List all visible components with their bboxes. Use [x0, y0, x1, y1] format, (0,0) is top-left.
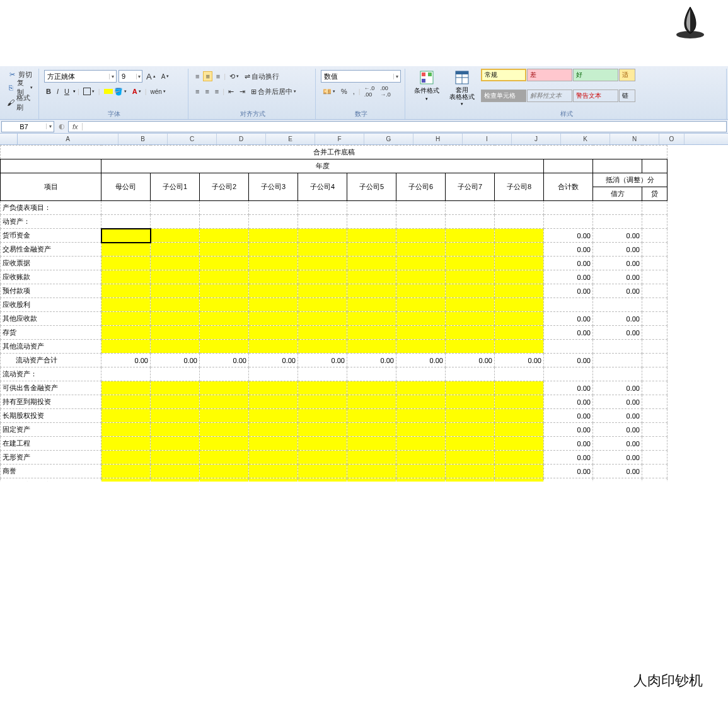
cell[interactable] — [495, 465, 544, 478]
cell[interactable] — [642, 243, 667, 257]
cell[interactable] — [544, 201, 593, 215]
cell[interactable]: 合计数 — [544, 173, 593, 201]
cell[interactable]: 应收账款 — [1, 270, 101, 284]
cell[interactable]: 项目 — [1, 173, 101, 201]
cell[interactable] — [298, 312, 347, 326]
cell[interactable] — [642, 201, 667, 215]
cell[interactable]: 交易性金融资产 — [1, 243, 101, 257]
cell[interactable] — [642, 298, 667, 312]
cell[interactable] — [495, 270, 544, 284]
cell[interactable] — [446, 215, 495, 229]
cell[interactable] — [347, 312, 396, 326]
cell[interactable] — [101, 395, 151, 409]
cell[interactable] — [347, 409, 396, 423]
cell[interactable] — [642, 367, 667, 381]
cell[interactable] — [200, 465, 249, 478]
cell[interactable] — [396, 465, 446, 478]
cell[interactable] — [396, 243, 446, 257]
cell[interactable]: 抵消（调整）分 — [593, 173, 667, 187]
cell[interactable] — [200, 340, 249, 354]
cell[interactable] — [347, 465, 396, 478]
cell[interactable] — [249, 243, 298, 257]
cell[interactable] — [298, 478, 347, 482]
cell[interactable] — [593, 340, 642, 354]
cell[interactable] — [446, 381, 495, 395]
cell[interactable] — [151, 395, 200, 409]
cell[interactable] — [298, 423, 347, 437]
cell[interactable] — [396, 437, 446, 451]
cell[interactable] — [347, 201, 396, 215]
cell[interactable] — [396, 395, 446, 409]
cell[interactable] — [249, 451, 298, 465]
cell[interactable] — [249, 298, 298, 312]
cell[interactable] — [101, 478, 151, 482]
chevron-down-icon[interactable]: ▾ — [393, 74, 400, 79]
cell[interactable]: 0.00 — [544, 381, 593, 395]
cell[interactable]: 0.00 — [446, 354, 495, 367]
cell[interactable]: 子公司2 — [200, 173, 249, 201]
cell[interactable] — [200, 312, 249, 326]
cell[interactable]: 0.00 — [593, 409, 642, 423]
cell[interactable]: 0.00 — [544, 409, 593, 423]
cell[interactable] — [249, 201, 298, 215]
cell[interactable] — [151, 312, 200, 326]
cell[interactable] — [101, 284, 151, 298]
cell[interactable] — [101, 270, 151, 284]
cell[interactable] — [200, 423, 249, 437]
orientation-button[interactable]: ⟲▾ — [228, 72, 241, 81]
cell[interactable] — [495, 367, 544, 381]
cell[interactable] — [642, 270, 667, 284]
formula-input[interactable] — [83, 123, 726, 130]
cell[interactable] — [151, 423, 200, 437]
cell[interactable] — [642, 215, 667, 229]
cell[interactable] — [396, 215, 446, 229]
cell[interactable] — [642, 423, 667, 437]
cell[interactable] — [101, 465, 151, 478]
cell[interactable] — [495, 409, 544, 423]
cell[interactable] — [446, 409, 495, 423]
cell[interactable] — [101, 451, 151, 465]
cell[interactable] — [347, 215, 396, 229]
cell[interactable] — [642, 312, 667, 326]
cell[interactable]: 0.00 — [298, 354, 347, 367]
cell[interactable] — [446, 257, 495, 270]
cell[interactable] — [298, 409, 347, 423]
align-middle-button[interactable]: ≡ — [203, 71, 212, 81]
cell[interactable] — [298, 437, 347, 451]
cell[interactable] — [544, 159, 593, 173]
cell[interactable] — [347, 395, 396, 409]
cell[interactable] — [446, 478, 495, 482]
cell[interactable] — [151, 451, 200, 465]
cell[interactable] — [347, 243, 396, 257]
cell[interactable] — [249, 312, 298, 326]
cell[interactable] — [396, 451, 446, 465]
cell[interactable] — [396, 229, 446, 243]
cell[interactable] — [495, 340, 544, 354]
cell[interactable] — [249, 229, 298, 243]
column-header[interactable]: E — [266, 134, 315, 144]
cell[interactable]: 在建工程 — [1, 437, 101, 451]
column-header[interactable]: O — [659, 134, 685, 144]
cell[interactable] — [101, 340, 151, 354]
column-header[interactable]: K — [561, 134, 610, 144]
cell[interactable]: 0.00 — [593, 465, 642, 478]
underline-button[interactable]: U — [62, 87, 71, 96]
cell[interactable] — [298, 395, 347, 409]
cell[interactable]: 0.00 — [593, 284, 642, 298]
cell-style-link[interactable]: 链 — [619, 90, 635, 102]
cell[interactable] — [396, 367, 446, 381]
cell[interactable] — [396, 478, 446, 482]
cell[interactable]: 其他流动资产 — [1, 340, 101, 354]
cell[interactable] — [298, 451, 347, 465]
cell[interactable] — [249, 395, 298, 409]
cell[interactable] — [642, 229, 667, 243]
cell[interactable]: 应收票据 — [1, 257, 101, 270]
cell[interactable] — [446, 395, 495, 409]
cell[interactable] — [101, 201, 151, 215]
cell[interactable]: 0.00 — [544, 423, 593, 437]
cell[interactable]: 年度 — [101, 159, 544, 173]
cell[interactable] — [495, 312, 544, 326]
wrap-text-button[interactable]: ⇌自动换行 — [243, 71, 281, 82]
cell-style-normal[interactable]: 常规 — [481, 69, 526, 81]
cell[interactable] — [151, 201, 200, 215]
